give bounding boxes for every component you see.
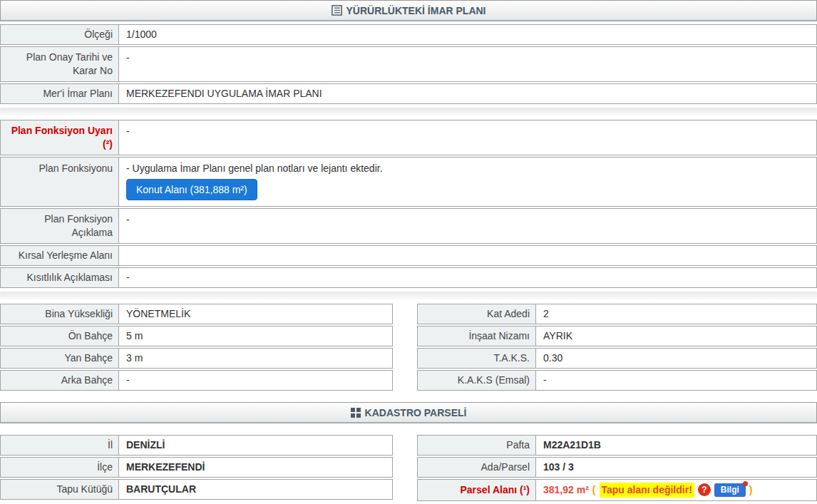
section-divider bbox=[0, 292, 817, 299]
row-value: 1/1000 bbox=[119, 25, 816, 44]
row-label: Kat Adedi bbox=[418, 304, 536, 324]
row-label: Mer'i İmar Planı bbox=[1, 84, 119, 103]
row-value bbox=[119, 246, 816, 265]
help-circle-icon[interactable]: ? bbox=[698, 483, 711, 496]
table-row: Plan Fonksiyonu - Uygulama İmar Planı ge… bbox=[0, 157, 817, 207]
konut-alani-button[interactable]: Konut Alanı (381,888 m²) bbox=[126, 179, 257, 200]
table-row: İl DENİZLİ bbox=[0, 435, 393, 456]
table-row: Plan Fonksiyon Uyarı (²) - bbox=[0, 120, 817, 155]
table-row: İlçe MERKEZEFENDİ bbox=[0, 457, 393, 478]
parsel-alani-value: 381,92 m² ( Tapu alanı değildir! ? Bilgi… bbox=[536, 480, 816, 500]
table-row: İnşaat Nizamı AYRIK bbox=[417, 326, 817, 346]
table-row: Pafta M22A21D1B bbox=[417, 435, 817, 456]
row-label: Kırsal Yerleşme Alanı bbox=[1, 246, 119, 265]
plan-section-header: YÜRÜRLÜKTEKİ İMAR PLANI bbox=[0, 0, 817, 21]
row-value: M22A21D1B bbox=[536, 436, 816, 455]
row-value: 0.30 bbox=[536, 349, 816, 368]
row-label: Plan Onay Tarihi ve Karar No bbox=[1, 47, 119, 81]
kadastro-section-header: KADASTRO PARSELİ bbox=[0, 402, 817, 423]
table-row: Parsel Alanı (¹) 381,92 m² ( Tapu alanı … bbox=[417, 479, 817, 501]
paren-open: ( bbox=[592, 483, 596, 497]
yapilasma-columns: Bina Yüksekliği YÖNETMELİK Ön Bahçe 5 m … bbox=[0, 304, 817, 392]
parcel-area-value: 381,92 m² bbox=[543, 483, 589, 497]
column-gap bbox=[393, 304, 417, 392]
table-row: Plan Onay Tarihi ve Karar No - bbox=[0, 46, 817, 82]
paren-close: ) bbox=[749, 483, 753, 497]
table-row: Kısıtlılık Açıklaması - bbox=[0, 267, 817, 288]
kadastro-section-title: KADASTRO PARSELİ bbox=[365, 407, 467, 418]
table-row: Bina Yüksekliği YÖNETMELİK bbox=[0, 304, 393, 324]
row-value: - bbox=[119, 47, 816, 81]
imar-durumu-page: YÜRÜRLÜKTEKİ İMAR PLANI Ölçeği 1/1000 Pl… bbox=[0, 0, 817, 504]
row-label: Ölçeği bbox=[1, 25, 119, 44]
row-label: Bina Yüksekliği bbox=[1, 304, 119, 324]
row-value: MERKEZEFENDİ bbox=[119, 458, 392, 477]
bilgi-button[interactable]: Bilgi bbox=[714, 483, 746, 497]
row-label: Pafta bbox=[418, 436, 536, 455]
row-value: 2 bbox=[536, 304, 816, 324]
table-row: Plan Fonksiyon Açıklama - bbox=[0, 208, 817, 244]
row-value: - Uygulama İmar Planı genel plan notları… bbox=[119, 158, 816, 206]
plan-function-note: - Uygulama İmar Planı genel plan notları… bbox=[126, 162, 383, 175]
section-whitespace bbox=[0, 426, 817, 435]
kadastro-columns: İl DENİZLİ İlçe MERKEZEFENDİ Tapu Kütüğü… bbox=[0, 435, 817, 503]
tapu-warning-highlight: Tapu alanı değildir! bbox=[600, 483, 694, 498]
row-label: Ön Bahçe bbox=[1, 326, 119, 346]
section-whitespace bbox=[0, 392, 817, 402]
row-label: İnşaat Nizamı bbox=[418, 326, 536, 346]
row-label: T.A.K.S. bbox=[418, 349, 536, 368]
table-row: Arka Bahçe - bbox=[0, 370, 393, 391]
table-row: Ada/Parsel 103 / 3 bbox=[417, 457, 817, 478]
bilgi-button-label: Bilgi bbox=[721, 485, 739, 495]
row-value: - bbox=[119, 268, 816, 287]
row-label: Yan Bahçe bbox=[1, 349, 119, 368]
table-row: Tapu Kütüğü BARUTÇULAR bbox=[0, 479, 393, 500]
row-value: - bbox=[536, 371, 816, 390]
table-row: Yan Bahçe 3 m bbox=[0, 348, 393, 369]
table-row: Ölçeği 1/1000 bbox=[0, 24, 817, 45]
row-value: 5 m bbox=[119, 326, 392, 346]
notification-dot bbox=[743, 481, 748, 486]
row-value: DENİZLİ bbox=[119, 436, 392, 455]
table-row: Kırsal Yerleşme Alanı bbox=[0, 245, 817, 266]
row-label: Ada/Parsel bbox=[418, 458, 536, 477]
table-row: Ön Bahçe 5 m bbox=[0, 326, 393, 346]
table-row: Mer'i İmar Planı MERKEZEFENDI UYGULAMA İ… bbox=[0, 83, 817, 104]
row-value: - bbox=[119, 371, 392, 390]
row-value: BARUTÇULAR bbox=[119, 480, 392, 499]
row-value: MERKEZEFENDI UYGULAMA İMAR PLANI bbox=[119, 84, 816, 103]
section-divider bbox=[0, 108, 817, 115]
table-row: T.A.K.S. 0.30 bbox=[417, 348, 817, 369]
row-value: 3 m bbox=[119, 349, 392, 368]
row-label: K.A.K.S (Emsal) bbox=[418, 371, 536, 390]
column-gap bbox=[393, 435, 417, 503]
kadastro-left-table: İl DENİZLİ İlçe MERKEZEFENDİ Tapu Kütüğü… bbox=[0, 435, 393, 503]
row-label-warning: Plan Fonksiyon Uyarı (²) bbox=[1, 120, 119, 155]
row-label: İlçe bbox=[1, 458, 119, 477]
yapilasma-right-table: Kat Adedi 2 İnşaat Nizamı AYRIK T.A.K.S.… bbox=[417, 304, 817, 392]
row-value: 103 / 3 bbox=[536, 458, 816, 477]
grid-icon bbox=[351, 408, 361, 418]
row-label: Plan Fonksiyon Açıklama bbox=[1, 209, 119, 243]
kadastro-right-table: Pafta M22A21D1B Ada/Parsel 103 / 3 Parse… bbox=[417, 435, 817, 503]
row-value: YÖNETMELİK bbox=[119, 304, 392, 324]
row-label-parsel-alani: Parsel Alanı (¹) bbox=[418, 480, 536, 500]
row-value: - bbox=[119, 120, 816, 155]
yapilasma-left-table: Bina Yüksekliği YÖNETMELİK Ön Bahçe 5 m … bbox=[0, 304, 393, 392]
plan-section-title: YÜRÜRLÜKTEKİ İMAR PLANI bbox=[346, 5, 486, 16]
table-row: K.A.K.S (Emsal) - bbox=[417, 370, 817, 391]
row-label: Plan Fonksiyonu bbox=[1, 158, 119, 206]
row-label: Arka Bahçe bbox=[1, 371, 119, 390]
row-label: İl bbox=[1, 436, 119, 455]
row-value: AYRIK bbox=[536, 326, 816, 346]
row-label: Kısıtlılık Açıklaması bbox=[1, 268, 119, 287]
row-value: - bbox=[119, 209, 816, 243]
row-label: Tapu Kütüğü bbox=[1, 480, 119, 499]
list-icon bbox=[332, 5, 342, 16]
table-row: Kat Adedi 2 bbox=[417, 304, 817, 324]
